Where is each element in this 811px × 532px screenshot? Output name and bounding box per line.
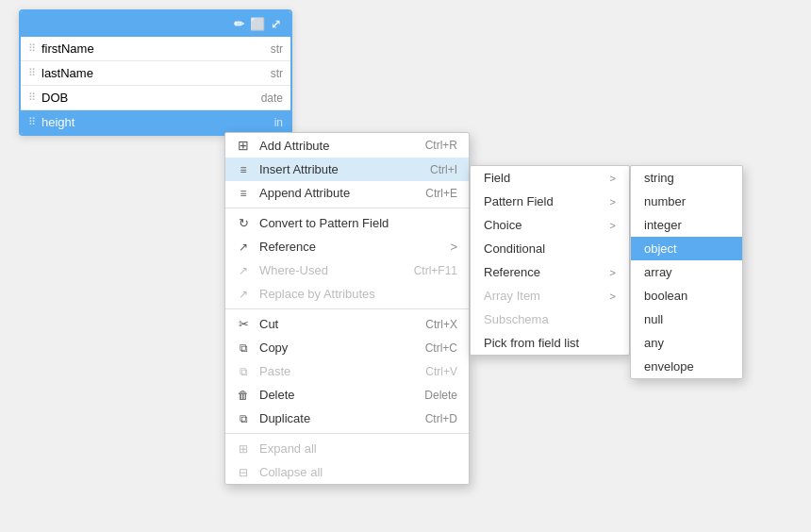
field-name: firstName	[41, 42, 265, 56]
menu-item-label: Where-Used	[259, 263, 388, 277]
expand-icon[interactable]: ⤢	[271, 17, 281, 31]
menu-shortcut: Ctrl+X	[425, 318, 457, 331]
menu-item-icon: ↗	[235, 240, 252, 254]
field-type: str	[271, 67, 283, 80]
menu-item-icon: ⧉	[235, 411, 252, 425]
menu-item-icon: ↗	[235, 287, 252, 301]
entity-rows: ⠿ firstName str ⠿ lastName str ⠿ DOB dat…	[21, 37, 290, 134]
submenu-item-label: Subschema	[484, 312, 616, 326]
entity-row[interactable]: ⠿ lastName str	[21, 61, 290, 86]
menu-item-copy[interactable]: ⧉ Copy Ctrl+C	[225, 336, 469, 359]
type-item-number[interactable]: number	[631, 190, 742, 213]
field-type: str	[271, 42, 283, 56]
menu-item-cut[interactable]: ✂ Cut Ctrl+X	[225, 312, 469, 336]
menu-item-label: Add Attribute	[259, 139, 399, 153]
type-item-any[interactable]: any	[631, 331, 742, 355]
type-item-object[interactable]: object	[631, 237, 742, 260]
type-item-label: object	[644, 241, 677, 256]
submenu-item-label: Field	[484, 171, 604, 185]
entity-row[interactable]: ⠿ DOB date	[21, 86, 290, 110]
menu-shortcut: Ctrl+E	[425, 187, 457, 200]
type-item-null[interactable]: null	[631, 308, 742, 331]
submenu-item-field[interactable]: Field >	[471, 166, 629, 190]
menu-item-label: Append Attribute	[259, 186, 399, 200]
type-item-label: boolean	[644, 289, 687, 303]
menu-item-icon: ⊞	[235, 441, 252, 456]
menu-item-icon: ✂	[235, 317, 252, 331]
type-item-array[interactable]: array	[631, 260, 742, 284]
type-item-label: number	[644, 194, 686, 208]
type-item-string[interactable]: string	[631, 166, 742, 190]
submenu-item-pattern-field[interactable]: Pattern Field >	[471, 190, 629, 213]
submenu-item-label: Reference	[484, 265, 604, 279]
submenu-item-label: Array Item	[484, 289, 604, 303]
drag-handle-icon: ⠿	[28, 67, 36, 79]
menu-item-insert-attribute[interactable]: ≡ Insert Attribute Ctrl+I	[225, 158, 469, 181]
menu-item-collapse-all: ⊟ Collapse all	[225, 460, 469, 484]
type-item-boolean[interactable]: boolean	[631, 284, 742, 308]
submenu-item-pick-from-field-list[interactable]: Pick from field list	[471, 331, 629, 355]
menu-item-label: Replace by Attributes	[259, 287, 431, 301]
type-item-label: any	[644, 336, 664, 350]
menu-item-where-used: ↗ Where-Used Ctrl+F11	[225, 258, 469, 282]
menu-shortcut: Ctrl+F11	[414, 264, 457, 277]
menu-item-label: Expand all	[259, 441, 431, 456]
submenu-item-array-item: Array Item >	[471, 284, 629, 308]
type-item-integer[interactable]: integer	[631, 213, 742, 237]
field-name: lastName	[41, 66, 265, 80]
menu-item-reference[interactable]: ↗ Reference >	[225, 235, 469, 258]
menu-item-label: Delete	[259, 388, 398, 402]
menu-item-icon: ⧉	[235, 341, 252, 355]
menu-item-label: Convert to Pattern Field	[259, 216, 431, 230]
menu-shortcut: Ctrl+I	[430, 163, 457, 176]
submenu-item-subschema: Subschema	[471, 308, 629, 331]
context-menu-insert: Field > Pattern Field > Choice > Conditi…	[470, 165, 630, 356]
menu-item-icon: 🗑	[235, 388, 252, 402]
menu-item-label: Collapse all	[259, 465, 431, 479]
entity-row[interactable]: ⠿ firstName str	[21, 37, 290, 61]
drag-handle-icon: ⠿	[28, 91, 36, 104]
submenu-arrow-icon: >	[450, 240, 457, 254]
menu-divider	[225, 433, 469, 434]
type-item-label: integer	[644, 218, 682, 232]
menu-divider	[225, 208, 469, 208]
field-name: DOB	[41, 91, 256, 105]
type-item-label: string	[644, 171, 674, 185]
entity-card: ✏ ⬜ ⤢ ⠿ firstName str ⠿ lastName str ⠿ D…	[19, 9, 292, 136]
submenu-arrow-icon: >	[610, 291, 616, 302]
menu-item-expand-all: ⊞ Expand all	[225, 437, 469, 460]
menu-shortcut: Ctrl+R	[425, 139, 457, 152]
type-item-label: array	[644, 265, 672, 279]
menu-item-label: Insert Attribute	[259, 162, 404, 176]
menu-item-add-attribute[interactable]: ⊞ Add Attribute Ctrl+R	[225, 133, 469, 158]
field-type: in	[274, 116, 283, 129]
field-name: height	[41, 115, 269, 129]
menu-item-label: Paste	[259, 364, 399, 378]
submenu-arrow-icon: >	[610, 196, 616, 208]
entity-row[interactable]: ⠿ height in	[21, 110, 290, 134]
menu-item-label: Duplicate	[259, 411, 399, 425]
menu-item-delete[interactable]: 🗑 Delete Delete	[225, 383, 469, 407]
entity-header: ✏ ⬜ ⤢	[21, 11, 290, 37]
menu-item-append-attribute[interactable]: ≡ Append Attribute Ctrl+E	[225, 181, 469, 205]
submenu-arrow-icon: >	[610, 220, 616, 231]
entity-header-icons: ✏ ⬜ ⤢	[234, 17, 281, 31]
context-menu-main: ⊞ Add Attribute Ctrl+R ≡ Insert Attribut…	[224, 132, 470, 485]
menu-item-icon: ⊟	[235, 465, 252, 479]
type-item-label: envelope	[644, 359, 694, 374]
menu-shortcut: Ctrl+V	[425, 365, 457, 378]
menu-item-label: Cut	[259, 317, 399, 331]
menu-item-icon: ↻	[235, 216, 252, 230]
type-item-envelope[interactable]: envelope	[631, 355, 742, 378]
submenu-item-label: Pattern Field	[484, 194, 604, 208]
submenu-item-conditional[interactable]: Conditional	[471, 237, 629, 260]
menu-item-icon: ⊞	[235, 138, 252, 153]
submenu-item-choice[interactable]: Choice >	[471, 213, 629, 237]
submenu-item-reference[interactable]: Reference >	[471, 260, 629, 284]
menu-item-duplicate[interactable]: ⧉ Duplicate Ctrl+D	[225, 407, 469, 430]
menu-item-icon: ↗	[235, 263, 252, 277]
external-link-icon[interactable]: ⬜	[250, 17, 265, 31]
edit-icon[interactable]: ✏	[234, 17, 244, 31]
field-type: date	[261, 91, 283, 105]
menu-item-convert-to-pattern-field[interactable]: ↻ Convert to Pattern Field	[225, 211, 469, 235]
